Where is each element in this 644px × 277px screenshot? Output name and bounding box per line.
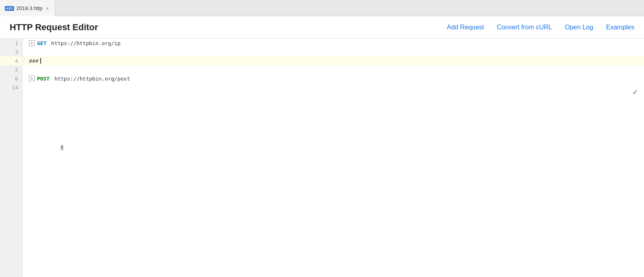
get-method-text: GET: [37, 40, 46, 46]
line-num-4: 4: [0, 56, 22, 65]
add-request-button[interactable]: Add Request: [447, 24, 484, 31]
code-line-1-content: + GET https://httpbin.org/ip: [29, 40, 121, 46]
code-line-6-content: + POST https://httpbin.org/post: [29, 76, 130, 82]
tab-bar: API 2019.3.http ×: [0, 0, 644, 16]
url-line6: https://httpbin.org/post: [51, 76, 130, 82]
url-line1: https://httpbin.org/ip: [48, 40, 120, 46]
api-badge: API: [5, 6, 14, 11]
tab-filename: 2019.3.http: [17, 5, 43, 11]
convert-from-curl-button[interactable]: Convert from cURL: [497, 24, 552, 31]
editor-container: 1 3 4 5 6 14 + GET https://httpbin.org/i…: [0, 39, 644, 277]
line-num-6: 6: [0, 74, 22, 83]
code-line-14: [23, 83, 644, 92]
code-line-6: + POST https://httpbin.org/post: [23, 74, 644, 83]
code-line-4-content: ###: [29, 58, 41, 64]
open-log-button[interactable]: Open Log: [565, 24, 593, 31]
expand-button-line1[interactable]: +: [29, 40, 35, 46]
separator-text: ###: [29, 58, 38, 64]
code-line-3: [23, 48, 644, 56]
post-method-text: POST: [37, 76, 50, 82]
file-tab[interactable]: API 2019.3.http ×: [0, 0, 55, 16]
text-cursor: [40, 58, 41, 64]
line-num-1: 1: [0, 39, 22, 48]
header-actions: Add Request Convert from cURL Open Log E…: [447, 24, 634, 31]
expand-button-line6[interactable]: +: [29, 76, 35, 81]
tab-close-button[interactable]: ×: [45, 5, 50, 12]
examples-button[interactable]: Examples: [606, 24, 634, 31]
page-title: HTTP Request Editor: [10, 22, 98, 33]
line-num-5: 5: [0, 65, 22, 74]
code-line-5: [23, 65, 644, 74]
header-bar: HTTP Request Editor Add Request Convert …: [0, 16, 644, 39]
line-num-3: 3: [0, 48, 22, 56]
code-line-4: ###: [23, 56, 644, 65]
line-numbers-gutter: 1 3 4 5 6 14: [0, 39, 23, 277]
code-editor[interactable]: + GET https://httpbin.org/ip ### + POST …: [23, 39, 644, 277]
checkmark-indicator: ✓: [633, 87, 638, 97]
line-num-14: 14: [0, 83, 22, 92]
cursor-hand-icon: ✌: [60, 143, 64, 152]
code-line-1: + GET https://httpbin.org/ip: [23, 39, 644, 48]
